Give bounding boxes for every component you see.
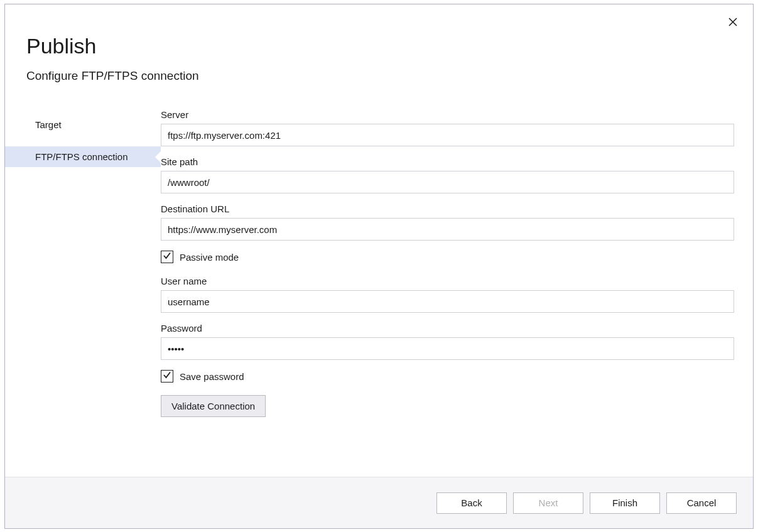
dialog-title: Publish [26, 35, 753, 58]
site-path-input[interactable] [161, 171, 734, 193]
sidebar-item-ftp-connection[interactable]: FTP/FTPS connection [5, 146, 161, 167]
close-icon [728, 18, 737, 29]
check-icon [163, 251, 171, 263]
password-input[interactable] [161, 337, 734, 360]
destination-url-input[interactable] [161, 218, 734, 241]
close-button[interactable] [725, 16, 740, 31]
save-password-label[interactable]: Save password [180, 371, 244, 382]
back-button[interactable]: Back [436, 492, 507, 514]
wizard-sidebar: Target FTP/FTPS connection [5, 107, 161, 477]
sidebar-item-label: FTP/FTPS connection [35, 151, 128, 162]
username-input[interactable] [161, 290, 734, 313]
dialog-header: Publish Configure FTP/FTPS connection [5, 4, 753, 83]
field-server: Server [161, 109, 734, 146]
passive-mode-checkbox[interactable] [161, 251, 173, 263]
sidebar-item-target[interactable]: Target [5, 114, 161, 135]
password-label: Password [161, 323, 734, 334]
finish-button[interactable]: Finish [590, 492, 660, 514]
passive-mode-label[interactable]: Passive mode [180, 252, 239, 263]
validate-connection-button[interactable]: Validate Connection [161, 395, 266, 417]
dialog-subtitle: Configure FTP/FTPS connection [26, 69, 753, 83]
save-password-checkbox[interactable] [161, 370, 173, 383]
sidebar-item-label: Target [35, 119, 62, 130]
server-input[interactable] [161, 124, 734, 146]
field-username: User name [161, 276, 734, 313]
passive-mode-row: Passive mode [161, 251, 734, 263]
field-destination-url: Destination URL [161, 204, 734, 241]
server-label: Server [161, 109, 734, 120]
site-path-label: Site path [161, 156, 734, 167]
form-area: Server Site path Destination URL Passive… [161, 107, 753, 477]
cancel-button[interactable]: Cancel [666, 492, 737, 514]
publish-dialog: Publish Configure FTP/FTPS connection Ta… [4, 4, 754, 529]
username-label: User name [161, 276, 734, 286]
next-button: Next [513, 492, 583, 514]
dialog-footer: Back Next Finish Cancel [5, 477, 753, 528]
check-icon [163, 371, 171, 382]
field-site-path: Site path [161, 156, 734, 193]
dialog-body: Target FTP/FTPS connection Server Site p… [5, 107, 753, 477]
field-password: Password [161, 323, 734, 360]
save-password-row: Save password [161, 370, 734, 383]
destination-url-label: Destination URL [161, 204, 734, 214]
